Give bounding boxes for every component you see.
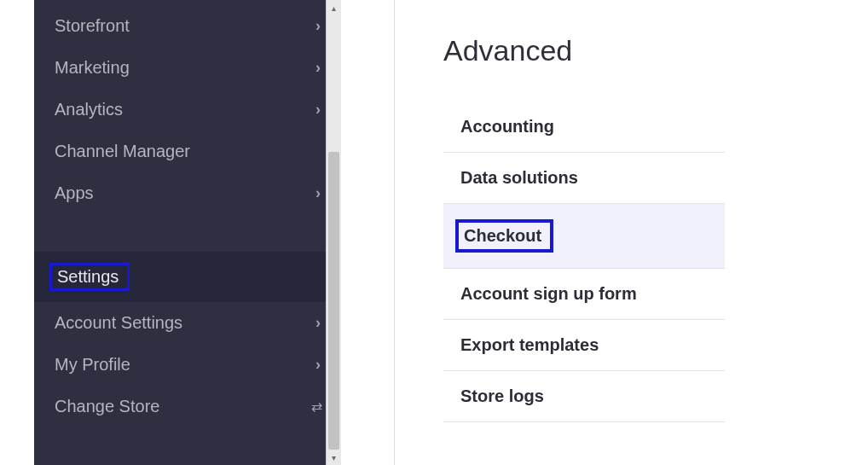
advanced-item-label: Export templates	[460, 335, 599, 354]
advanced-item-store-logs[interactable]: Store logs	[443, 371, 725, 422]
chevron-right-icon: ›	[315, 356, 321, 374]
chevron-right-icon: ›	[315, 59, 321, 77]
highlight-box: Checkout	[455, 219, 553, 253]
chevron-right-icon: ›	[315, 184, 321, 202]
advanced-item-label: Data solutions	[460, 168, 578, 187]
sidebar-item-change-store[interactable]: Change Store⇄	[34, 386, 341, 427]
sidebar-item-label: Marketing	[55, 58, 130, 78]
sidebar-item-label: Storefront	[55, 16, 130, 36]
sidebar-item-my-profile[interactable]: My Profile›	[34, 344, 341, 386]
advanced-item-checkout[interactable]: Checkout	[443, 204, 725, 269]
sidebar-item-label: Account Settings	[55, 313, 182, 333]
sidebar-item-label: Settings	[57, 267, 119, 286]
sidebar-item-label: Analytics	[55, 100, 123, 119]
scrollbar-thumb[interactable]	[328, 152, 339, 450]
sidebar-item-label: My Profile	[55, 355, 130, 375]
highlight-box: Settings	[49, 263, 130, 291]
sidebar-item-channel-manager[interactable]: Channel Manager	[34, 131, 341, 172]
sidebar: Storefront›Marketing›Analytics›Channel M…	[34, 0, 341, 465]
scroll-up-arrow-icon[interactable]: ▴	[327, 0, 341, 15]
sidebar-item-storefront[interactable]: Storefront›	[34, 5, 341, 47]
sidebar-item-analytics[interactable]: Analytics›	[34, 89, 341, 131]
sidebar-item-settings[interactable]: Settings	[34, 252, 341, 302]
advanced-item-label: Store logs	[460, 387, 544, 405]
advanced-item-label: Checkout	[464, 226, 541, 245]
scrollbar-track[interactable]: ▴ ▾	[326, 0, 341, 465]
sidebar-item-label: Channel Manager	[55, 142, 190, 161]
sidebar-item-apps[interactable]: Apps›	[34, 172, 341, 214]
chevron-right-icon: ›	[315, 314, 321, 332]
sidebar-item-label: Apps	[55, 183, 94, 203]
advanced-item-export-templates[interactable]: Export templates	[443, 320, 725, 371]
advanced-item-label: Account sign up form	[460, 284, 637, 303]
advanced-list: AccountingData solutionsCheckoutAccount …	[443, 102, 725, 422]
chevron-right-icon: ›	[315, 101, 321, 119]
scroll-down-arrow-icon[interactable]: ▾	[327, 450, 341, 465]
sidebar-item-marketing[interactable]: Marketing›	[34, 47, 341, 89]
advanced-item-accounting[interactable]: Accounting	[443, 102, 725, 153]
page-title: Advanced	[443, 34, 842, 67]
advanced-item-data-solutions[interactable]: Data solutions	[443, 153, 725, 204]
main-panel: Advanced AccountingData solutionsCheckou…	[358, 0, 868, 465]
sidebar-item-account-settings[interactable]: Account Settings›	[34, 302, 341, 344]
sidebar-spacer	[34, 214, 341, 252]
chevron-right-icon: ›	[315, 17, 321, 35]
vertical-divider	[394, 0, 395, 465]
advanced-item-account-sign-up-form[interactable]: Account sign up form	[443, 269, 725, 320]
swap-icon: ⇄	[311, 398, 321, 415]
sidebar-item-label: Change Store	[55, 397, 159, 416]
sidebar-container: Storefront›Marketing›Analytics›Channel M…	[0, 0, 358, 465]
advanced-item-label: Accounting	[460, 117, 554, 136]
